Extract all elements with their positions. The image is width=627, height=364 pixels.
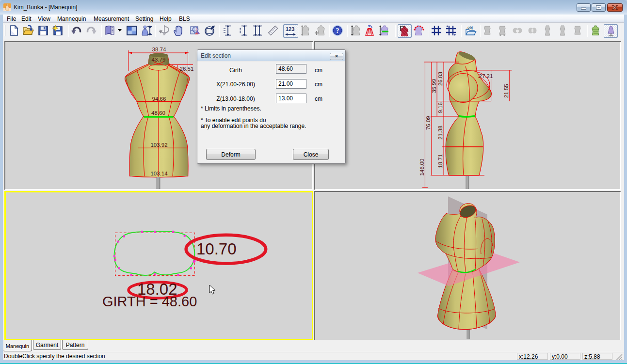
svg-text:146.00: 146.00 [419, 158, 425, 175]
svg-text:26.83: 26.83 [437, 72, 443, 86]
svg-text:103.92: 103.92 [150, 142, 167, 148]
svg-text:.obj: .obj [466, 25, 473, 30]
svg-text:38.74: 38.74 [152, 47, 166, 52]
svg-text:21.38: 21.38 [437, 126, 443, 140]
svg-text:123: 123 [286, 26, 294, 32]
svg-text:?: ? [336, 27, 339, 34]
svg-text:43.79: 43.79 [152, 57, 166, 63]
svg-text:48.60: 48.60 [151, 110, 165, 116]
svg-text:9.16: 9.16 [437, 102, 443, 113]
svg-text:76.09: 76.09 [425, 116, 431, 130]
svg-text:18.71: 18.71 [437, 154, 443, 168]
svg-text:35.99: 35.99 [431, 79, 437, 93]
svg-text:94.66: 94.66 [152, 96, 166, 102]
svg-text:27.21: 27.21 [479, 73, 493, 79]
svg-text:GIRTH = 48.60: GIRTH = 48.60 [102, 294, 197, 309]
svg-text:26.51: 26.51 [180, 66, 194, 72]
svg-text:10.70: 10.70 [196, 240, 237, 258]
svg-text:21.55: 21.55 [503, 84, 509, 98]
svg-text:103.14: 103.14 [150, 171, 168, 176]
